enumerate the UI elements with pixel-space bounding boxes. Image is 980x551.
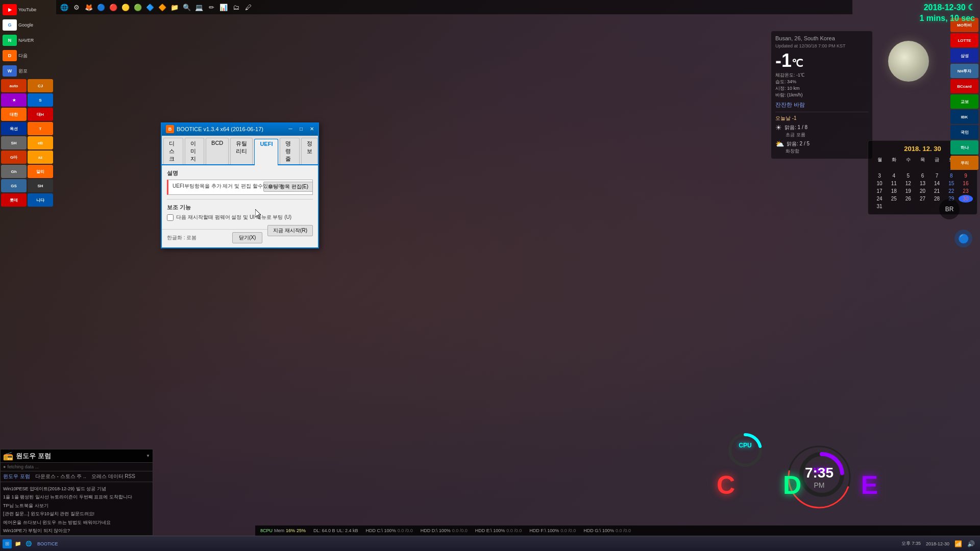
cal-day-2-4[interactable]: 14: [930, 180, 944, 187]
toolbar-icon-7[interactable]: 🟢: [132, 2, 143, 13]
ali-icon[interactable]: 알리: [28, 165, 53, 178]
toolbar-icon-8[interactable]: 🔷: [144, 2, 156, 13]
toolbar-icon-6[interactable]: 🟡: [120, 2, 131, 13]
right-icon-nh[interactable]: NH투자: [950, 64, 978, 78]
cjmall-icon[interactable]: CJ: [28, 79, 53, 92]
news-ticker-item-5[interactable]: Win10PE가 부팅이 되지 않아요?: [3, 527, 150, 535]
minimize-button[interactable]: ─: [285, 123, 296, 134]
cal-day-3-0[interactable]: 17: [872, 187, 887, 195]
toolbar-icon-12[interactable]: 💻: [193, 2, 205, 13]
cal-day-2-6[interactable]: 16: [959, 180, 973, 187]
auto-icon[interactable]: auto: [1, 79, 27, 92]
systray-network[interactable]: 📶: [954, 540, 962, 547]
toolbar-icon-1[interactable]: 🌐: [59, 2, 70, 13]
sidebar-item-naver[interactable]: N NAVER: [1, 33, 55, 47]
start-button[interactable]: ⊞: [3, 539, 12, 548]
amazon-icon[interactable]: az: [28, 151, 53, 164]
toolbar-icon-14[interactable]: 📊: [218, 2, 229, 13]
sidebar-item-google[interactable]: G Google: [1, 18, 55, 32]
cal-day-3-5[interactable]: 22: [944, 187, 959, 195]
cal-day-3-3[interactable]: 20: [915, 187, 929, 195]
toolbar-icon-13[interactable]: ✏: [206, 2, 217, 13]
cal-day-1-0[interactable]: 3: [872, 172, 887, 180]
right-icon-ibk2[interactable]: 국민: [950, 125, 978, 139]
news-ticker-item-0[interactable]: Win10PESE 업데이트(2018-12-29) 빌드 성공 기념: [3, 485, 150, 493]
cal-day-4-1[interactable]: 25: [887, 195, 901, 203]
tab-image[interactable]: 이미지: [185, 138, 205, 164]
br-icon[interactable]: BR: [939, 199, 960, 219]
right-icon-hana[interactable]: 하나: [950, 140, 978, 155]
news-ticker-item-2[interactable]: TP님 노트북을 사보기: [3, 502, 150, 510]
icon8b[interactable]: SH: [28, 179, 53, 192]
gsshop-icon[interactable]: GS: [1, 179, 27, 192]
right-icon-lotte[interactable]: LOTTE: [950, 33, 978, 47]
cal-day-2-1[interactable]: 11: [887, 180, 901, 187]
cal-day-3-2[interactable]: 19: [901, 187, 915, 195]
restart-button[interactable]: 지금 재시작(R): [267, 225, 313, 236]
cal-day-4-6[interactable]: 30: [959, 195, 973, 203]
store1-icon[interactable]: S: [28, 93, 53, 107]
systray-volume[interactable]: 🔊: [967, 540, 975, 547]
bootice-close-button[interactable]: 닫기(X): [232, 232, 262, 243]
cal-day-1-1[interactable]: 4: [887, 172, 901, 180]
cal-day-1-4[interactable]: 7: [930, 172, 944, 180]
daehm-icon[interactable]: 대H: [28, 108, 53, 121]
cal-day-3-4[interactable]: 21: [930, 187, 944, 195]
star-icon[interactable]: ★: [1, 93, 27, 107]
toolbar-icon-15[interactable]: 🗂: [230, 2, 241, 13]
tab-uefi[interactable]: UEFI: [254, 139, 278, 165]
sidebar-item-daum[interactable]: D 다음: [1, 48, 55, 63]
toolbar-icon-9[interactable]: 🔶: [157, 2, 168, 13]
toolbar-icon-4[interactable]: 🔵: [95, 2, 107, 13]
gmarket-icon[interactable]: G마: [1, 151, 27, 164]
toolbar-icon-3[interactable]: 🦊: [83, 2, 94, 13]
cal-day-5-0[interactable]: 31: [872, 203, 887, 210]
forum-link[interactable]: 윈도우 포럼: [3, 473, 30, 480]
right-icon-gyobo[interactable]: 교보: [950, 94, 978, 109]
cal-day-4-2[interactable]: 26: [901, 195, 915, 203]
news-ticker-item-1[interactable]: 1을 1을 팸성된 일사선 뉴토라이즌이 두번째 표표에 도착합니다: [3, 493, 150, 501]
tab-disk[interactable]: 디스크: [163, 138, 183, 164]
toolbar-icon-10[interactable]: 📁: [169, 2, 180, 13]
firmware-checkbox[interactable]: [167, 214, 174, 221]
cal-day-1-3[interactable]: 6: [915, 172, 929, 180]
tab-utility[interactable]: 유틸리티: [230, 138, 253, 164]
taskbar-icon-1[interactable]: 📁: [13, 539, 22, 548]
icon5a[interactable]: SH: [1, 136, 27, 149]
cal-day-2-0[interactable]: 10: [872, 180, 887, 187]
right-icon-woori[interactable]: 우리: [950, 156, 978, 170]
window-close-button[interactable]: ✕: [307, 123, 317, 134]
cal-day-4-0[interactable]: 24: [872, 195, 887, 203]
news-item-1[interactable]: 오레스 데이터 RSS: [91, 473, 135, 480]
cal-day-2-3[interactable]: 13: [915, 180, 929, 187]
sidebar-item-winforum[interactable]: W 윈포: [1, 64, 55, 78]
tab-info[interactable]: 정보: [301, 138, 318, 164]
right-icon-samsung[interactable]: 삼성: [950, 48, 978, 63]
daeha-icon[interactable]: 대한: [1, 108, 27, 121]
cal-day-3-1[interactable]: 18: [887, 187, 901, 195]
tmon-icon[interactable]: T: [28, 122, 53, 135]
icon7a[interactable]: Gh: [1, 165, 27, 178]
right-icon-ibk[interactable]: IBK: [950, 110, 978, 124]
toolbar-icon-11[interactable]: 🔍: [181, 2, 192, 13]
maximize-button[interactable]: □: [296, 123, 306, 134]
cal-day-3-6[interactable]: 23: [959, 187, 973, 195]
toolbar-icon-2[interactable]: ⚙: [71, 2, 82, 13]
taskbar-icon-2[interactable]: 🌐: [24, 539, 33, 548]
right-icon-bccard[interactable]: BCcard: [950, 79, 978, 93]
network-icon[interactable]: 🔵: [954, 230, 972, 247]
cal-day-4-3[interactable]: 27: [915, 195, 929, 203]
lotte-icon[interactable]: 롯데: [1, 193, 27, 207]
news-ticker-item-3[interactable]: [관련 질문...] 윈도우10설치 관련 질문드려요!: [3, 510, 150, 518]
toolbar-icon-5[interactable]: 🔴: [108, 2, 119, 13]
news-ticker-item-4[interactable]: 에어온을 쓰다보니 윈도우 쓰는 방법도 배워야가네요: [3, 518, 150, 527]
tab-cmdline[interactable]: 명령줄: [280, 138, 300, 164]
needagon-icon[interactable]: 니다: [28, 193, 53, 207]
tab-bcd[interactable]: BCD: [206, 138, 229, 164]
news-item-0[interactable]: 다운로스 - 스토스 주 ..: [35, 473, 86, 480]
ebay-icon[interactable]: eB: [28, 136, 53, 149]
cal-day-1-6[interactable]: 9: [959, 172, 973, 180]
sidebar-item-youtube[interactable]: ▶ YouTube: [1, 3, 55, 17]
ticker-expand[interactable]: ▼: [146, 454, 150, 458]
cal-day-1-5[interactable]: 8: [944, 172, 959, 180]
